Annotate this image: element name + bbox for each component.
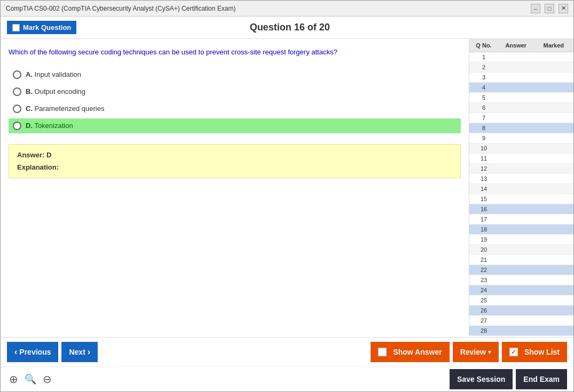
question-row[interactable]: 13 — [469, 174, 573, 184]
question-row[interactable]: 12 — [469, 164, 573, 174]
option-a[interactable]: A. Input validation — [9, 67, 461, 82]
show-list-button[interactable]: ✓ Show List — [502, 342, 567, 362]
question-row-answer — [497, 236, 535, 243]
maximize-button[interactable]: □ — [545, 4, 554, 13]
question-row[interactable]: 8 — [469, 123, 573, 133]
question-list-header: Q No. Answer Marked — [469, 39, 573, 52]
mark-question-label: Mark Question — [23, 23, 71, 31]
question-list-body[interactable]: 1234567891011121314151617181920212223242… — [469, 52, 573, 337]
close-button[interactable]: ✕ — [559, 4, 568, 13]
zoom-in-button[interactable]: ⊕ — [7, 372, 20, 387]
question-row[interactable]: 18 — [469, 225, 573, 235]
window-controls: – □ ✕ — [531, 4, 568, 13]
question-row-answer — [497, 134, 535, 142]
option-c[interactable]: C. Parameterized queries — [9, 101, 461, 116]
question-row[interactable]: 15 — [469, 194, 573, 204]
options-list: A. Input validation B. Output encoding C… — [9, 67, 461, 133]
option-b-text: B. Output encoding — [26, 87, 85, 95]
question-row[interactable]: 24 — [469, 285, 573, 295]
question-row-marked — [535, 185, 573, 193]
option-b-radio — [13, 87, 21, 96]
question-row-number: 8 — [470, 124, 497, 132]
question-row-answer — [497, 205, 535, 213]
question-row-number: 14 — [470, 185, 497, 193]
question-row-number: 17 — [470, 215, 497, 223]
question-row[interactable]: 6 — [469, 103, 573, 113]
question-row-marked — [535, 246, 573, 253]
question-row-answer — [497, 124, 535, 132]
question-row[interactable]: 23 — [469, 275, 573, 285]
review-label: Review — [460, 348, 486, 356]
question-row[interactable]: 11 — [469, 154, 573, 164]
question-row[interactable]: 2 — [469, 62, 573, 73]
question-row-number: 13 — [470, 175, 497, 182]
option-b[interactable]: B. Output encoding — [9, 84, 461, 99]
question-row[interactable]: 19 — [469, 235, 573, 245]
question-row[interactable]: 10 — [469, 143, 573, 154]
option-d[interactable]: D. Tokenization — [9, 118, 461, 133]
question-row-number: 11 — [470, 155, 497, 162]
save-session-button[interactable]: Save Session — [450, 369, 513, 389]
mark-question-button[interactable]: Mark Question — [7, 21, 76, 34]
option-a-radio — [13, 70, 21, 79]
show-answer-button[interactable]: Show Answer — [371, 342, 449, 362]
question-row-number: 23 — [470, 276, 497, 284]
question-row[interactable]: 4 — [469, 83, 573, 93]
question-row-number: 3 — [470, 74, 497, 81]
question-row-marked — [535, 215, 573, 223]
question-row-answer — [497, 185, 535, 193]
option-c-text: C. Parameterized queries — [26, 105, 104, 113]
question-row-marked — [535, 74, 573, 81]
question-row-answer — [497, 114, 535, 122]
question-row[interactable]: 9 — [469, 133, 573, 143]
end-exam-button[interactable]: End Exam — [516, 369, 567, 389]
question-title: Question 16 of 20 — [76, 22, 503, 33]
question-row[interactable]: 20 — [469, 245, 573, 255]
next-arrow-icon: › — [88, 347, 90, 357]
question-row-answer — [497, 53, 535, 61]
question-row[interactable]: 25 — [469, 295, 573, 306]
question-row-number: 1 — [470, 53, 497, 61]
question-row[interactable]: 5 — [469, 93, 573, 103]
previous-arrow-icon: ‹ — [14, 347, 17, 357]
question-row-number: 27 — [470, 317, 497, 324]
review-button[interactable]: Review ▾ — [453, 342, 499, 362]
save-session-label: Save Session — [457, 375, 505, 383]
minimize-button[interactable]: – — [531, 4, 540, 13]
bottom-navigation: ‹ Previous Next › Show Answer Review ▾ ✓… — [1, 337, 573, 366]
question-row-answer — [497, 175, 535, 182]
question-row-marked — [535, 155, 573, 162]
question-row-marked — [535, 134, 573, 142]
zoom-reset-button[interactable]: 🔍 — [22, 372, 38, 386]
session-controls: Save Session End Exam — [450, 369, 567, 389]
question-row-answer — [497, 297, 535, 304]
header-marked: Marked — [535, 41, 573, 50]
question-row-marked — [535, 327, 573, 334]
question-row[interactable]: 1 — [469, 52, 573, 62]
previous-button[interactable]: ‹ Previous — [7, 342, 58, 362]
question-row[interactable]: 17 — [469, 214, 573, 225]
option-a-text: A. Input validation — [26, 70, 81, 78]
question-row[interactable]: 3 — [469, 73, 573, 83]
next-button[interactable]: Next › — [61, 342, 98, 362]
zoom-out-button[interactable]: ⊖ — [41, 372, 54, 387]
question-row-marked — [535, 84, 573, 91]
question-row[interactable]: 28 — [469, 326, 573, 336]
question-row-number: 4 — [470, 84, 497, 91]
question-row-number: 19 — [470, 236, 497, 243]
question-row-number: 9 — [470, 134, 497, 142]
review-dropdown-icon: ▾ — [488, 349, 491, 356]
question-row-number: 18 — [470, 226, 497, 233]
question-row[interactable]: 27 — [469, 316, 573, 326]
question-row[interactable]: 21 — [469, 255, 573, 265]
question-row-number: 10 — [470, 145, 497, 152]
question-row-marked — [535, 145, 573, 152]
question-row-number: 16 — [470, 205, 497, 213]
question-row[interactable]: 7 — [469, 113, 573, 123]
question-row[interactable]: 22 — [469, 265, 573, 275]
question-row-marked — [535, 175, 573, 182]
question-row[interactable]: 26 — [469, 306, 573, 316]
question-row[interactable]: 14 — [469, 184, 573, 194]
question-row-marked — [535, 165, 573, 172]
question-row[interactable]: 16 — [469, 204, 573, 214]
